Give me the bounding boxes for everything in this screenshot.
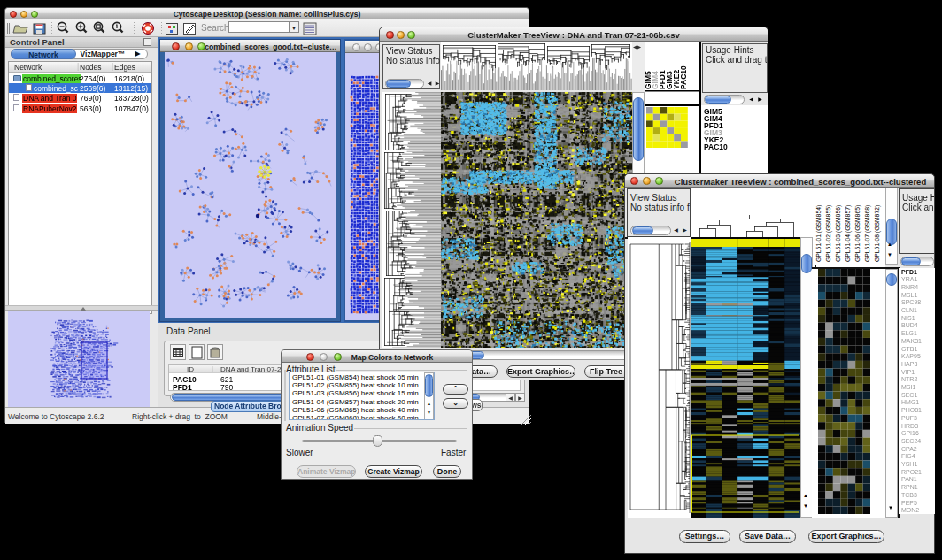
svg-text:PAC10: PAC10	[679, 65, 688, 89]
svg-text:GPL51-01 (GSM854): GPL51-01 (GSM854)	[815, 205, 822, 262]
svg-text:GPL51-03 (GSM856): GPL51-03 (GSM856)	[835, 205, 842, 262]
svg-text:GPL51-06 (GSM865): GPL51-06 (GSM865)	[854, 205, 861, 262]
svg-text:GPL51-04 (GSM857): GPL51-04 (GSM857)	[845, 205, 852, 262]
svg-text:GPL51-07 (GSM868): GPL51-07 (GSM868)	[864, 205, 871, 262]
svg-text:GPL51-08 (GSM872): GPL51-08 (GSM872)	[874, 205, 881, 262]
svg-text:GPL51-02 (GSM855): GPL51-02 (GSM855)	[825, 205, 832, 262]
